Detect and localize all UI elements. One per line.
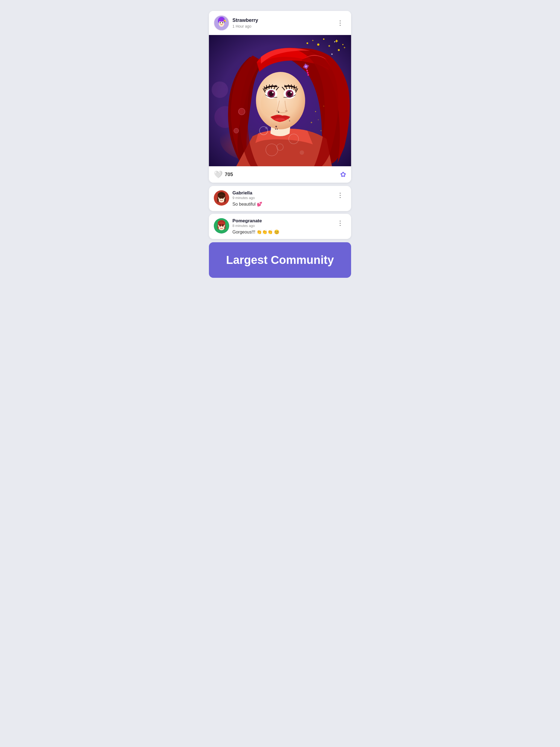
comment-time-2: 8 minutes ago	[232, 224, 280, 228]
svg-point-71	[222, 225, 224, 227]
like-section[interactable]: 🤍 705	[214, 170, 233, 179]
svg-point-57	[315, 111, 316, 112]
svg-point-35	[278, 111, 279, 113]
svg-point-70	[220, 225, 221, 227]
svg-point-16	[323, 38, 325, 40]
comment-time-1: 9 minutes ago	[232, 196, 262, 200]
post-author-time: 1 Hour ago	[232, 24, 258, 28]
svg-point-14	[312, 40, 313, 41]
svg-point-6	[224, 20, 225, 21]
comment-inner-1: Gabriella 9 minutes ago So beautiful 💕 ⋮	[209, 186, 351, 211]
avatar-gabriella[interactable]	[214, 190, 229, 206]
heart-icon[interactable]: 🤍	[214, 170, 223, 179]
bottom-banner: Largest Community	[209, 242, 351, 278]
svg-point-17	[328, 45, 330, 47]
svg-point-40	[277, 129, 278, 130]
banner-title: Largest Community	[214, 253, 346, 267]
svg-point-39	[275, 126, 277, 127]
comment-card-gabriella: Gabriella 9 minutes ago So beautiful 💕 ⋮	[209, 186, 351, 211]
svg-point-7	[225, 21, 226, 22]
post-more-button[interactable]: ⋮	[335, 18, 346, 28]
svg-point-3	[220, 22, 221, 24]
svg-point-41	[275, 129, 276, 130]
flower-icon[interactable]: ✿	[340, 170, 346, 179]
svg-point-20	[342, 44, 343, 45]
comment-2-more-button[interactable]: ⋮	[335, 218, 346, 228]
post-actions: 🤍 705 ✿	[209, 166, 351, 183]
svg-point-47	[300, 150, 304, 155]
svg-point-19	[338, 49, 340, 51]
post-card: Strawberry 1 Hour ago ⋮	[209, 11, 351, 183]
comment-left-1: Gabriella 9 minutes ago So beautiful 💕	[214, 190, 262, 207]
comment-author-2: Pomegranate	[232, 218, 280, 224]
post-author-name: Strawberry	[232, 18, 258, 24]
comment-text-1: So beautiful 💕	[232, 202, 262, 207]
svg-point-65	[220, 197, 221, 199]
svg-point-60	[321, 130, 322, 131]
like-count: 705	[225, 172, 233, 177]
comment-content-2: Pomegranate 8 minutes ago Gorgeous!!! 👏👏…	[232, 218, 280, 235]
svg-point-18	[334, 41, 335, 42]
comment-content-1: Gabriella 9 minutes ago So beautiful 💕	[232, 190, 262, 207]
svg-point-4	[222, 22, 223, 24]
svg-point-28	[272, 92, 274, 93]
svg-point-49	[234, 128, 239, 133]
svg-point-61	[324, 106, 324, 107]
svg-point-38	[275, 118, 285, 121]
svg-point-43	[265, 127, 268, 129]
svg-point-59	[311, 122, 312, 123]
svg-point-5	[219, 18, 225, 22]
comment-card-pomegranate: Pomegranate 8 minutes ago Gorgeous!!! 👏👏…	[209, 214, 351, 239]
post-header-left: Strawberry 1 Hour ago	[214, 15, 258, 31]
svg-point-58	[318, 120, 319, 120]
svg-point-21	[331, 54, 333, 55]
post-header: Strawberry 1 Hour ago ⋮	[209, 11, 351, 35]
post-author-info: Strawberry 1 Hour ago	[232, 18, 258, 28]
svg-point-37	[289, 120, 290, 121]
svg-point-66	[222, 197, 224, 199]
comment-text-2: Gorgeous!!! 👏👏👏 😊	[232, 229, 280, 235]
svg-point-13	[307, 42, 308, 44]
svg-point-10	[212, 81, 228, 98]
avatar-strawberry[interactable]	[214, 15, 229, 31]
post-image	[209, 35, 351, 166]
avatar-pomegranate[interactable]	[214, 218, 229, 233]
svg-point-34	[285, 110, 288, 112]
comment-inner-2: Pomegranate 8 minutes ago Gorgeous!!! 👏👏…	[209, 214, 351, 239]
svg-point-32	[290, 92, 292, 93]
svg-point-48	[238, 108, 245, 115]
comment-left-2: Pomegranate 8 minutes ago Gorgeous!!! 👏👏…	[214, 218, 280, 235]
svg-point-15	[317, 44, 320, 46]
comment-1-more-button[interactable]: ⋮	[335, 190, 346, 200]
comment-author-1: Gabriella	[232, 190, 262, 196]
